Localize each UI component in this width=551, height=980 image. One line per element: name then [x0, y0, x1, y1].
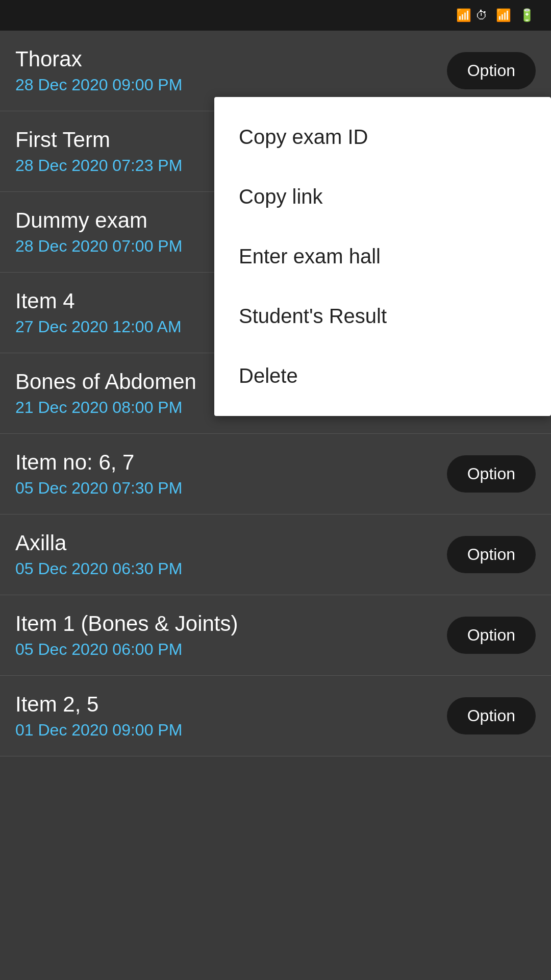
dropdown-item-enter-exam-hall[interactable]: Enter exam hall: [214, 227, 551, 286]
dropdown-overlay: Copy exam IDCopy linkEnter exam hallStud…: [0, 31, 551, 980]
dropdown-item-copy-link[interactable]: Copy link: [214, 167, 551, 227]
wifi-icon: 📶: [496, 8, 511, 22]
status-icons: 📶 ⏱ 📶 🔋: [456, 8, 539, 22]
clock-icon: ⏱: [475, 8, 488, 22]
dropdown-menu: Copy exam IDCopy linkEnter exam hallStud…: [214, 97, 551, 416]
status-bar: 📶 ⏱ 📶 🔋: [0, 0, 551, 31]
sim-icon: 📶: [456, 8, 471, 22]
dropdown-item-students-result[interactable]: Student's Result: [214, 286, 551, 346]
battery-icon: 🔋: [519, 8, 535, 22]
dropdown-item-copy-exam-id[interactable]: Copy exam ID: [214, 107, 551, 167]
dropdown-item-delete[interactable]: Delete: [214, 346, 551, 406]
